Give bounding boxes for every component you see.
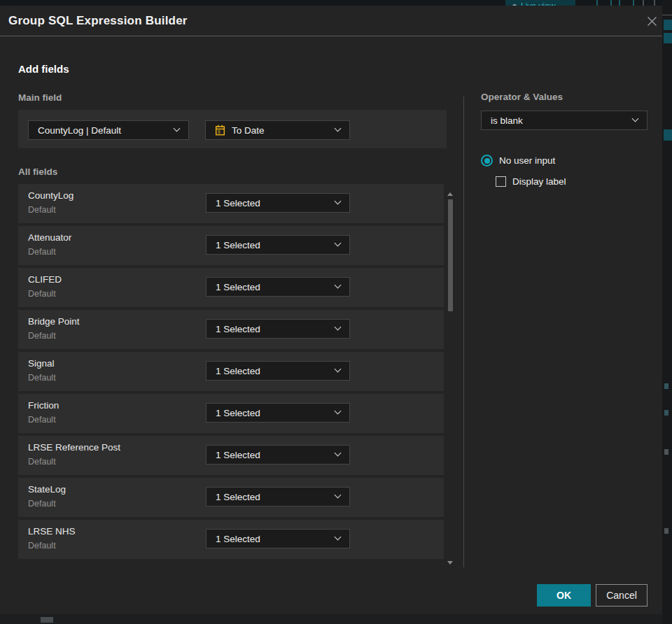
all-fields-label: All fields: [18, 166, 57, 177]
background-fragment: [664, 33, 672, 43]
field-name: LRSE Reference Post: [28, 442, 120, 453]
field-selected-dropdown[interactable]: 1 Selected: [206, 193, 350, 213]
chevron-down-icon: [335, 125, 342, 132]
background-fragment: [664, 383, 668, 389]
field-selected-dropdown[interactable]: 1 Selected: [206, 487, 350, 506]
close-icon: [647, 16, 657, 27]
field-type: Default: [28, 415, 56, 425]
field-selected-dropdown[interactable]: 1 Selected: [206, 235, 350, 255]
no-user-input-radio[interactable]: [481, 155, 493, 166]
field-type: Default: [28, 499, 56, 509]
field-type: Default: [28, 457, 56, 467]
field-name: LRSE NHS: [28, 526, 76, 537]
field-selected-dropdown[interactable]: 1 Selected: [206, 319, 350, 339]
chevron-down-icon: [335, 324, 342, 331]
field-row: Friction Default 1 Selected: [18, 394, 444, 433]
display-label-label[interactable]: Display label: [512, 176, 566, 187]
live-view-toggle: Live view: [505, 0, 575, 6]
main-field-label: Main field: [18, 92, 62, 103]
chevron-down-icon: [335, 450, 342, 457]
operator-select[interactable]: is blank: [481, 111, 648, 130]
field-selected-value: 1 Selected: [216, 534, 260, 544]
field-row: LRSE NHS Default 1 Selected: [18, 520, 444, 559]
background-fragment: [664, 528, 668, 534]
no-user-input-label[interactable]: No user input: [499, 155, 555, 166]
background-toolbar-fragment: [619, 0, 634, 6]
background-app-bottom-strip: [0, 614, 662, 624]
ok-button[interactable]: OK: [537, 584, 591, 607]
background-fragment: [664, 129, 672, 141]
background-fragment: [664, 410, 668, 416]
field-type: Default: [28, 373, 56, 383]
background-app-right-strip: [662, 0, 672, 624]
field-name: Bridge Point: [28, 316, 80, 327]
chevron-down-icon: [335, 408, 342, 415]
close-button[interactable]: [643, 12, 661, 30]
background-fragment: [662, 15, 672, 15]
scrollbar-thumb[interactable]: [448, 199, 453, 311]
background-fragment: [664, 449, 668, 455]
chevron-down-icon: [335, 282, 342, 289]
field-name: Friction: [28, 400, 59, 411]
display-label-option[interactable]: Display label: [496, 176, 566, 187]
all-fields-list: CountyLog Default 1 Selected Attenuator …: [18, 184, 444, 562]
add-fields-heading: Add fields: [18, 63, 69, 75]
field-selected-dropdown[interactable]: 1 Selected: [206, 445, 350, 465]
field-selected-dropdown[interactable]: 1 Selected: [206, 529, 350, 548]
field-selected-value: 1 Selected: [216, 492, 260, 502]
field-row: Signal Default 1 Selected: [18, 352, 444, 391]
column-divider: [463, 97, 464, 567]
fields-scrollbar[interactable]: [445, 190, 455, 567]
group-sql-expression-builder-dialog: Group SQL Expression Builder Add fields …: [0, 6, 662, 614]
field-row: LRSE Reference Post Default 1 Selected: [18, 436, 444, 475]
chevron-down-icon: [335, 198, 342, 205]
scroll-down-icon[interactable]: [447, 561, 453, 565]
field-row: Attenuator Default 1 Selected: [18, 226, 444, 265]
scroll-up-icon[interactable]: [447, 192, 453, 196]
field-name: StateLog: [28, 484, 66, 495]
operator-values-label: Operator & Values: [481, 92, 563, 102]
display-label-checkbox[interactable]: [496, 176, 506, 187]
main-field-panel: CountyLog | Default To Date: [18, 110, 447, 148]
dialog-title: Group SQL Expression Builder: [8, 14, 188, 28]
field-selected-value: 1 Selected: [216, 408, 260, 418]
chevron-down-icon: [632, 115, 639, 122]
background-toolbar-fragment: [596, 0, 612, 6]
chevron-down-icon: [174, 125, 181, 132]
chevron-down-icon: [335, 366, 342, 373]
background-toolbar-fragment: [643, 0, 655, 6]
field-name: CountyLog: [28, 190, 74, 201]
field-type: Default: [28, 541, 56, 551]
field-row: CountyLog Default 1 Selected: [18, 184, 444, 223]
field-type: Default: [28, 247, 56, 257]
field-selected-value: 1 Selected: [216, 198, 260, 208]
field-row: Bridge Point Default 1 Selected: [18, 310, 444, 349]
operator-select-value: is blank: [491, 115, 523, 126]
field-name: Signal: [28, 358, 55, 369]
main-field-select[interactable]: CountyLog | Default: [28, 120, 189, 140]
chevron-down-icon: [335, 240, 342, 247]
field-type: Default: [28, 331, 56, 341]
no-user-input-option[interactable]: No user input: [481, 155, 555, 166]
field-selected-value: 1 Selected: [216, 282, 260, 292]
field-row: StateLog Default 1 Selected: [18, 478, 444, 517]
field-selected-dropdown[interactable]: 1 Selected: [206, 361, 350, 381]
field-selected-value: 1 Selected: [216, 324, 260, 334]
field-name: CLIFED: [28, 274, 62, 285]
dialog-header: Group SQL Expression Builder: [0, 6, 662, 36]
background-app-strip: Live view: [0, 0, 672, 6]
field-type: Default: [28, 289, 56, 299]
field-selected-value: 1 Selected: [216, 366, 260, 376]
chevron-down-icon: [335, 492, 342, 499]
main-field-date-select[interactable]: To Date: [205, 120, 350, 140]
radio-selected-dot-icon: [484, 158, 490, 164]
field-selected-dropdown[interactable]: 1 Selected: [206, 277, 350, 297]
chevron-down-icon: [335, 534, 342, 541]
calendar-icon: [215, 125, 225, 136]
main-field-select-value: CountyLog | Default: [38, 125, 121, 136]
field-row: CLIFED Default 1 Selected: [18, 268, 444, 307]
field-selected-dropdown[interactable]: 1 Selected: [206, 403, 350, 423]
background-fragment: [664, 20, 672, 30]
cancel-button[interactable]: Cancel: [596, 584, 648, 607]
background-fragment: [41, 617, 53, 623]
